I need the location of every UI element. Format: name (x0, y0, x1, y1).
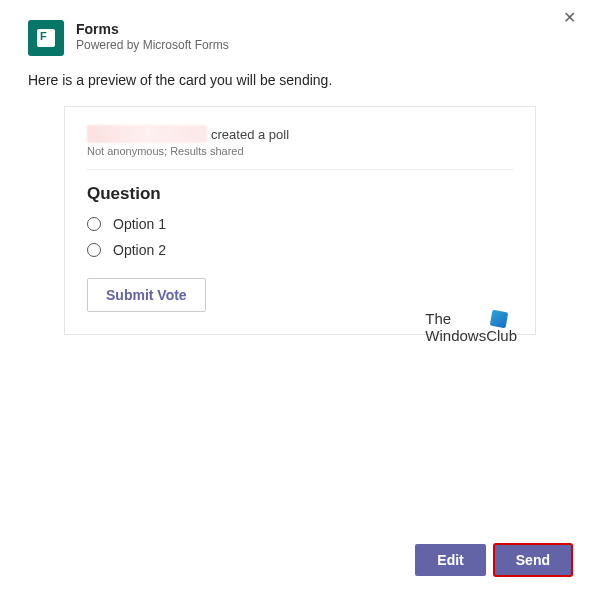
creator-name-redacted (87, 125, 207, 143)
app-title: Forms (76, 20, 557, 38)
divider (87, 169, 513, 170)
close-icon[interactable]: ✕ (557, 8, 582, 28)
watermark-line2: WindowsClub (425, 328, 517, 345)
creator-suffix: created a poll (211, 127, 289, 142)
poll-option[interactable]: Option 2 (87, 242, 513, 258)
poll-preview-card: created a poll Not anonymous; Results sh… (64, 106, 536, 335)
app-subtitle: Powered by Microsoft Forms (76, 38, 557, 54)
radio-icon (87, 217, 101, 231)
send-button[interactable]: Send (494, 544, 572, 576)
header-text: Forms Powered by Microsoft Forms (76, 20, 557, 54)
option-label: Option 2 (113, 242, 166, 258)
poll-meta: Not anonymous; Results shared (87, 145, 513, 157)
dialog-footer: Edit Send (415, 544, 572, 576)
forms-app-icon (28, 20, 64, 56)
creator-line: created a poll (87, 125, 513, 143)
poll-question: Question (87, 184, 513, 204)
preview-description: Here is a preview of the card you will b… (28, 72, 572, 88)
watermark: The WindowsClub (425, 311, 517, 344)
forms-preview-dialog: Forms Powered by Microsoft Forms ✕ Here … (0, 0, 600, 355)
option-label: Option 1 (113, 216, 166, 232)
dialog-header: Forms Powered by Microsoft Forms ✕ (28, 20, 572, 56)
poll-option[interactable]: Option 1 (87, 216, 513, 232)
edit-button[interactable]: Edit (415, 544, 485, 576)
watermark-line1: The (425, 311, 451, 328)
radio-icon (87, 243, 101, 257)
watermark-logo-icon (490, 310, 509, 329)
submit-vote-button[interactable]: Submit Vote (87, 278, 206, 312)
